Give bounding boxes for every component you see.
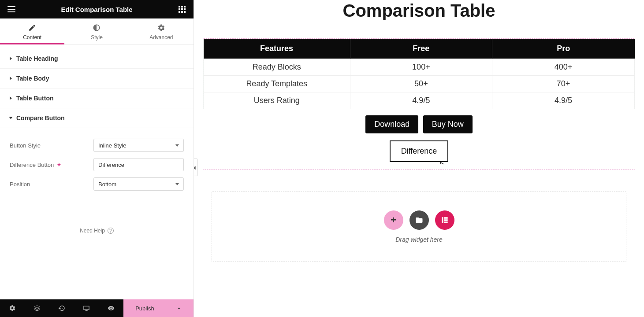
position-select[interactable]: Bottom — [93, 177, 184, 191]
drop-icons: + — [384, 210, 454, 230]
table-header-row: Features Free Pro — [204, 39, 635, 59]
difference-input-field[interactable] — [98, 162, 179, 168]
table-row: Users Rating 4.9/5 4.9/5 — [204, 92, 635, 109]
preview-icon[interactable] — [99, 299, 123, 317]
cell-pro: 70+ — [492, 76, 635, 92]
publish-button[interactable]: Publish — [123, 299, 194, 317]
add-section-button[interactable]: + — [384, 210, 403, 230]
template-library-button[interactable] — [409, 210, 429, 230]
difference-label: Difference — [401, 147, 437, 155]
editor-tabs: Content Style Advanced — [0, 18, 194, 44]
download-button[interactable]: Download — [365, 115, 418, 133]
difference-button-input[interactable] — [93, 158, 184, 171]
difference-button-label: Difference Button ✦ — [10, 162, 62, 168]
cell-free: 4.9/5 — [350, 92, 492, 109]
comparison-table-widget[interactable]: Features Free Pro Ready Blocks 100+ 400+… — [203, 38, 635, 170]
tab-label: Advanced — [149, 34, 173, 41]
select-value: Inline Style — [98, 142, 127, 149]
label-text: Difference Button — [10, 162, 54, 168]
chevron-down-icon — [9, 117, 13, 119]
compare-button-controls: Button Style Inline Style Difference But… — [0, 128, 194, 201]
col-free: Free — [350, 39, 492, 59]
cell-feature: Users Rating — [204, 92, 350, 109]
history-icon[interactable] — [49, 299, 74, 317]
cell-pro: 4.9/5 — [492, 92, 635, 109]
tab-advanced[interactable]: Advanced — [129, 18, 194, 44]
cell-free: 50+ — [350, 76, 492, 92]
collapse-sidebar-handle[interactable]: ◀ — [194, 158, 198, 176]
buy-now-button[interactable]: Buy Now — [423, 115, 473, 133]
gear-icon — [157, 24, 165, 32]
preview-pane: ◀ Comparison Table Features Free Pro Rea… — [194, 0, 644, 317]
col-pro: Pro — [492, 39, 635, 59]
apps-icon[interactable] — [177, 4, 187, 15]
bottom-toolbar: Publish — [0, 299, 194, 317]
cell-feature: Ready Blocks — [204, 59, 350, 76]
section-table-button[interactable]: Table Button — [0, 88, 194, 108]
contrast-icon — [93, 24, 101, 32]
sections-accordion: Table Heading Table Body Table Button Co… — [0, 44, 194, 238]
section-label: Compare Button — [16, 114, 65, 122]
navigator-icon[interactable] — [25, 299, 49, 317]
drop-zone[interactable]: + Drag widget here — [212, 192, 626, 262]
caret-down-icon — [175, 144, 179, 147]
col-features: Features — [204, 39, 350, 59]
position-label: Position — [10, 181, 30, 188]
cursor-icon: ↖ — [439, 158, 446, 167]
select-value: Bottom — [98, 181, 116, 188]
menu-icon[interactable] — [6, 4, 17, 15]
section-table-body[interactable]: Table Body — [0, 69, 194, 88]
section-label: Table Body — [16, 75, 49, 82]
section-table-heading[interactable]: Table Heading — [0, 49, 194, 69]
page-title: Comparison Table — [203, 0, 635, 38]
tab-style[interactable]: Style — [64, 18, 129, 44]
difference-row: Difference ↖ — [203, 137, 635, 169]
table-row: Ready Templates 50+ 70+ — [204, 76, 635, 92]
section-compare-button[interactable]: Compare Button — [0, 108, 194, 128]
chevron-right-icon — [10, 77, 12, 80]
button-style-label: Button Style — [10, 142, 41, 149]
tab-content[interactable]: Content — [0, 18, 64, 44]
elementskit-button[interactable] — [435, 210, 454, 230]
chevron-right-icon — [10, 57, 12, 60]
table-row: Ready Blocks 100+ 400+ — [204, 59, 635, 76]
responsive-icon[interactable] — [74, 299, 99, 317]
section-label: Table Heading — [16, 55, 58, 62]
editor-sidebar: Edit Comparison Table Content Style Adva… — [0, 0, 194, 317]
need-help-link[interactable]: Need Help ? — [0, 228, 194, 234]
button-style-select[interactable]: Inline Style — [93, 139, 184, 152]
caret-down-icon — [175, 183, 179, 185]
drop-text: Drag widget here — [395, 236, 443, 243]
panel-header: Edit Comparison Table — [0, 0, 194, 18]
table-buttons-row: Download Buy Now — [203, 109, 635, 137]
tab-label: Style — [91, 34, 103, 41]
help-icon: ? — [108, 228, 114, 234]
comparison-table: Features Free Pro Ready Blocks 100+ 400+… — [203, 39, 635, 109]
caret-up-icon[interactable] — [176, 306, 182, 311]
publish-label: Publish — [135, 305, 154, 312]
panel-title: Edit Comparison Table — [17, 6, 177, 13]
chevron-right-icon — [10, 96, 12, 100]
section-label: Table Button — [16, 95, 54, 102]
cell-pro: 400+ — [492, 59, 635, 76]
need-help-text: Need Help — [80, 228, 105, 234]
cell-free: 100+ — [350, 59, 492, 76]
tab-label: Content — [23, 34, 41, 41]
pencil-icon — [28, 24, 36, 32]
ai-icon[interactable]: ✦ — [56, 162, 62, 168]
difference-button[interactable]: Difference ↖ — [390, 140, 449, 162]
settings-icon[interactable] — [0, 299, 25, 317]
cell-feature: Ready Templates — [204, 76, 350, 92]
